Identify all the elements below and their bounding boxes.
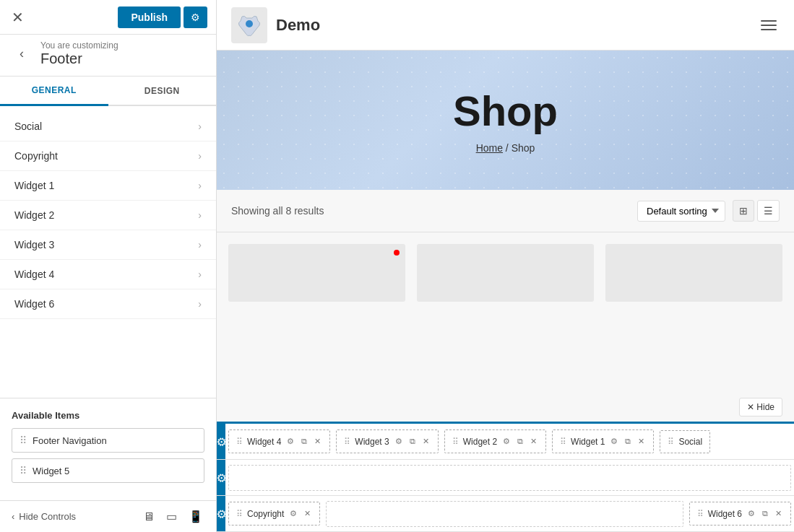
breadcrumb-separator: / xyxy=(503,142,512,154)
chevron-right-icon: › xyxy=(198,121,202,132)
widget-drag-icon: ⠿ xyxy=(344,437,350,447)
footer-widget-widget1: ⠿ Widget 1 ⚙ ⧉ ✕ xyxy=(552,429,654,453)
product-card-2 xyxy=(417,244,594,302)
site-header: Demo xyxy=(217,0,794,51)
right-panel: Demo Shop Home / Shop Showing all 8 resu… xyxy=(217,0,794,532)
widget-label: Widget 2 xyxy=(463,437,497,447)
tablet-icon[interactable]: ▭ xyxy=(165,508,178,525)
widget-gear-button[interactable]: ⚙ xyxy=(746,508,756,519)
widget-gear-button[interactable]: ⚙ xyxy=(609,436,619,447)
widget-close-button[interactable]: ✕ xyxy=(529,436,538,447)
footer-widget-widget2: ⠿ Widget 2 ⚙ ⧉ ✕ xyxy=(444,429,546,453)
customizing-info: You are customizing Footer xyxy=(40,40,118,67)
hamburger-line xyxy=(761,25,777,26)
widget-close-button[interactable]: ✕ xyxy=(303,508,312,519)
footer-empty-slot-2 xyxy=(326,501,683,527)
back-button[interactable]: ‹ xyxy=(9,40,35,66)
menu-item-label: Widget 6 xyxy=(14,298,54,310)
footer-overlay: ✕ Hide ⚙ ⠿ Widget 4 ⚙ ⧉ ✕ ⠿ Widget 3 ⚙ ⧉ xyxy=(217,422,794,532)
draggable-widget5[interactable]: ⠿ Widget 5 xyxy=(12,458,204,483)
sale-badge xyxy=(394,250,400,256)
menu-item-widget6[interactable]: Widget 6 › xyxy=(0,289,216,319)
publish-area: Publish ⚙ xyxy=(118,6,207,28)
footer-widget-copyright: ⠿ Copyright ⚙ ✕ xyxy=(228,502,320,526)
widget-close-button[interactable]: ✕ xyxy=(637,436,646,447)
left-arrow-icon: ‹ xyxy=(12,511,14,522)
tab-general[interactable]: GENERAL xyxy=(0,77,108,106)
footer-widget-widget4: ⠿ Widget 4 ⚙ ⧉ ✕ xyxy=(228,429,330,453)
hamburger-button[interactable] xyxy=(758,17,780,33)
sort-select[interactable]: Default sorting xyxy=(637,201,725,222)
widget-label: Widget 4 xyxy=(247,437,281,447)
widget-copy-button[interactable]: ⧉ xyxy=(408,436,417,447)
customizing-subtitle: You are customizing xyxy=(40,40,118,51)
desktop-icon[interactable]: 🖥 xyxy=(142,508,156,525)
results-text: Showing all 8 results xyxy=(231,205,324,217)
footer-row-2: ⚙ xyxy=(217,460,794,496)
hide-button[interactable]: ✕ Hide xyxy=(739,398,782,417)
chevron-right-icon: › xyxy=(198,298,202,310)
footer-widgets-row3: ⠿ Copyright ⚙ ✕ ⠿ Widget 6 ⚙ ⧉ ✕ xyxy=(225,496,794,531)
chevron-right-icon: › xyxy=(198,209,202,221)
widget-gear-button[interactable]: ⚙ xyxy=(288,508,298,519)
menu-item-copyright[interactable]: Copyright › xyxy=(0,141,216,171)
close-button[interactable]: ✕ xyxy=(9,6,27,29)
menu-item-widget1[interactable]: Widget 1 › xyxy=(0,171,216,201)
footer-row-handle-2[interactable]: ⚙ xyxy=(217,460,225,495)
menu-item-widget3[interactable]: Widget 3 › xyxy=(0,230,216,260)
widget-close-button[interactable]: ✕ xyxy=(421,436,431,447)
footer-row-handle-1[interactable]: ⚙ xyxy=(217,424,225,459)
publish-button[interactable]: Publish xyxy=(118,6,181,28)
widget-label: Social xyxy=(678,437,702,447)
chevron-right-icon: › xyxy=(198,180,202,191)
chevron-right-icon: › xyxy=(198,239,202,250)
widget-close-button[interactable]: ✕ xyxy=(774,508,783,519)
customizing-section: ‹ You are customizing Footer xyxy=(0,35,216,77)
customizing-title: Footer xyxy=(40,51,118,67)
menu-item-label: Social xyxy=(14,121,42,132)
widget-copy-button[interactable]: ⧉ xyxy=(761,508,769,519)
footer-widgets-row1: ⠿ Widget 4 ⚙ ⧉ ✕ ⠿ Widget 3 ⚙ ⧉ ✕ ⠿ Widg… xyxy=(225,424,794,459)
widget-copy-button[interactable]: ⧉ xyxy=(516,436,525,447)
menu-item-widget4[interactable]: Widget 4 › xyxy=(0,260,216,289)
grid-view-button[interactable]: ⊞ xyxy=(733,200,754,222)
device-icons: 🖥 ▭ 📱 xyxy=(142,508,204,525)
menu-item-label: Widget 4 xyxy=(14,269,54,280)
widget-copy-button[interactable]: ⧉ xyxy=(623,436,632,447)
hide-controls-label: Hide Controls xyxy=(19,511,76,522)
view-toggle: ⊞ ☰ xyxy=(733,200,780,222)
breadcrumb-home[interactable]: Home xyxy=(476,142,503,154)
chevron-right-icon: › xyxy=(198,269,202,280)
site-name: Demo xyxy=(276,16,320,35)
drag-handle-icon: ⠿ xyxy=(20,435,27,446)
widget-copy-button[interactable]: ⧉ xyxy=(300,436,308,447)
menu-item-social[interactable]: Social › xyxy=(0,112,216,141)
logo-svg xyxy=(235,11,264,40)
hamburger-line xyxy=(761,29,777,30)
site-logo: Demo xyxy=(231,7,320,43)
footer-widget-social: ⠿ Social xyxy=(660,430,710,453)
menu-item-label: Copyright xyxy=(14,150,58,162)
footer-row-handle-3[interactable]: ⚙ xyxy=(217,496,225,531)
widget-drag-icon: ⠿ xyxy=(668,437,674,447)
shop-toolbar: Showing all 8 results Default sorting ⊞ … xyxy=(217,190,794,232)
products-area xyxy=(217,232,794,422)
mobile-icon[interactable]: 📱 xyxy=(187,508,204,525)
draggable-footer-navigation[interactable]: ⠿ Footer Navigation xyxy=(12,428,204,453)
widget-gear-button[interactable]: ⚙ xyxy=(394,436,404,447)
hide-controls-button[interactable]: ‹ Hide Controls xyxy=(12,511,76,522)
footer-widget-widget3: ⠿ Widget 3 ⚙ ⧉ ✕ xyxy=(336,429,438,453)
tab-design[interactable]: DESIGN xyxy=(108,77,217,105)
chevron-right-icon: › xyxy=(198,150,202,162)
widget-gear-button[interactable]: ⚙ xyxy=(285,436,295,447)
widget-gear-button[interactable]: ⚙ xyxy=(501,436,512,447)
product-card-3 xyxy=(605,244,782,302)
menu-item-widget2[interactable]: Widget 2 › xyxy=(0,201,216,230)
widget-close-button[interactable]: ✕ xyxy=(313,436,322,447)
publish-gear-button[interactable]: ⚙ xyxy=(184,6,207,28)
widget-label: Widget 6 xyxy=(708,509,742,519)
footer-widgets-row2 xyxy=(225,460,794,495)
footer-empty-slot xyxy=(228,465,791,491)
list-view-button[interactable]: ☰ xyxy=(757,200,780,222)
footer-row-1: ⚙ ⠿ Widget 4 ⚙ ⧉ ✕ ⠿ Widget 3 ⚙ ⧉ ✕ xyxy=(217,424,794,460)
